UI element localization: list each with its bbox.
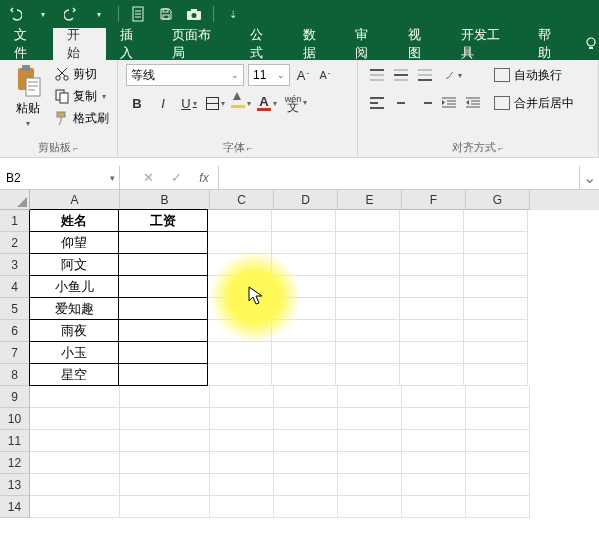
cell-G2[interactable] — [464, 232, 528, 254]
cell-B3[interactable] — [118, 253, 208, 276]
cell-F2[interactable] — [400, 232, 464, 254]
cell-E1[interactable] — [336, 210, 400, 232]
menu-insert[interactable]: 插入 — [106, 28, 159, 60]
cell-E7[interactable] — [336, 342, 400, 364]
cell-F12[interactable] — [402, 452, 466, 474]
cell-E10[interactable] — [338, 408, 402, 430]
tell-me-icon[interactable] — [583, 28, 599, 60]
cell-G14[interactable] — [466, 496, 530, 518]
col-header-C[interactable]: C — [210, 190, 274, 210]
cell-D8[interactable] — [272, 364, 336, 386]
row-header-8[interactable]: 8 — [0, 364, 30, 386]
format-painter-button[interactable]: 格式刷 — [54, 108, 109, 128]
row-header-4[interactable]: 4 — [0, 276, 30, 298]
cell-A5[interactable]: 爱知趣 — [29, 297, 119, 320]
cell-G11[interactable] — [466, 430, 530, 452]
cell-E13[interactable] — [338, 474, 402, 496]
cell-E2[interactable] — [336, 232, 400, 254]
increase-font-icon[interactable]: Aˆ — [294, 64, 312, 86]
cell-D1[interactable] — [272, 210, 336, 232]
align-left-icon[interactable] — [366, 92, 388, 114]
row-header-3[interactable]: 3 — [0, 254, 30, 276]
cell-G7[interactable] — [464, 342, 528, 364]
col-header-F[interactable]: F — [402, 190, 466, 210]
cell-E9[interactable] — [338, 386, 402, 408]
increase-indent-icon[interactable] — [462, 92, 484, 114]
cell-D10[interactable] — [274, 408, 338, 430]
name-box[interactable]: B2▾ — [0, 166, 120, 189]
cell-F3[interactable] — [400, 254, 464, 276]
cell-D2[interactable] — [272, 232, 336, 254]
cell-G4[interactable] — [464, 276, 528, 298]
cell-E4[interactable] — [336, 276, 400, 298]
cell-A4[interactable]: 小鱼儿 — [29, 275, 119, 298]
cell-C6[interactable] — [208, 320, 272, 342]
cell-F6[interactable] — [400, 320, 464, 342]
cell-G12[interactable] — [466, 452, 530, 474]
cell-C9[interactable] — [210, 386, 274, 408]
decrease-indent-icon[interactable] — [438, 92, 460, 114]
row-header-13[interactable]: 13 — [0, 474, 30, 496]
cell-E14[interactable] — [338, 496, 402, 518]
expand-formula-bar-icon[interactable]: ⌄ — [579, 166, 599, 189]
cell-B9[interactable] — [120, 386, 210, 408]
cell-C11[interactable] — [210, 430, 274, 452]
row-header-14[interactable]: 14 — [0, 496, 30, 518]
cell-D6[interactable] — [272, 320, 336, 342]
phonetic-button[interactable]: wén文▾ — [282, 92, 304, 114]
cell-C1[interactable] — [208, 210, 272, 232]
cell-G9[interactable] — [466, 386, 530, 408]
cell-C8[interactable] — [208, 364, 272, 386]
align-middle-icon[interactable] — [390, 64, 412, 86]
row-header-12[interactable]: 12 — [0, 452, 30, 474]
wrap-text-button[interactable]: 自动换行 — [494, 64, 574, 86]
align-top-icon[interactable] — [366, 64, 388, 86]
menu-home[interactable]: 开始 — [53, 28, 106, 60]
italic-button[interactable]: I — [152, 92, 174, 114]
cell-A11[interactable] — [30, 430, 120, 452]
cell-E12[interactable] — [338, 452, 402, 474]
cell-C12[interactable] — [210, 452, 274, 474]
decrease-font-icon[interactable]: Aˇ — [316, 64, 334, 86]
redo-icon[interactable] — [62, 5, 80, 23]
insert-function-icon[interactable]: fx — [190, 171, 218, 185]
col-header-D[interactable]: D — [274, 190, 338, 210]
cell-A13[interactable] — [30, 474, 120, 496]
cell-A14[interactable] — [30, 496, 120, 518]
col-header-B[interactable]: B — [120, 190, 210, 210]
cell-D3[interactable] — [272, 254, 336, 276]
row-header-10[interactable]: 10 — [0, 408, 30, 430]
save-icon[interactable] — [157, 5, 175, 23]
align-bottom-icon[interactable] — [414, 64, 436, 86]
new-doc-icon[interactable] — [129, 5, 147, 23]
font-color-button[interactable]: A▾ — [256, 92, 278, 114]
cell-F10[interactable] — [402, 408, 466, 430]
font-family-combo[interactable]: 等线⌄ — [126, 64, 244, 86]
cell-D14[interactable] — [274, 496, 338, 518]
cell-A12[interactable] — [30, 452, 120, 474]
cell-A3[interactable]: 阿文 — [29, 253, 119, 276]
orientation-icon[interactable]: ⟋▾ — [438, 64, 466, 86]
cell-G13[interactable] — [466, 474, 530, 496]
bold-button[interactable]: B — [126, 92, 148, 114]
undo-icon[interactable] — [6, 5, 24, 23]
row-header-1[interactable]: 1 — [0, 210, 30, 232]
cell-F9[interactable] — [402, 386, 466, 408]
cell-C4[interactable] — [208, 276, 272, 298]
cut-button[interactable]: 剪切 — [54, 64, 109, 84]
cell-D4[interactable] — [272, 276, 336, 298]
undo-dropdown-icon[interactable]: ▾ — [34, 5, 52, 23]
cell-F8[interactable] — [400, 364, 464, 386]
merge-center-button[interactable]: 合并后居中 — [494, 92, 574, 114]
cell-C7[interactable] — [208, 342, 272, 364]
cell-G6[interactable] — [464, 320, 528, 342]
cell-A6[interactable]: 雨夜 — [29, 319, 119, 342]
borders-button[interactable]: ▾ — [204, 92, 226, 114]
cell-B14[interactable] — [120, 496, 210, 518]
fill-color-button[interactable]: ▾ — [230, 92, 252, 114]
cell-F11[interactable] — [402, 430, 466, 452]
cell-D11[interactable] — [274, 430, 338, 452]
cell-G5[interactable] — [464, 298, 528, 320]
cell-B8[interactable] — [118, 363, 208, 386]
row-header-7[interactable]: 7 — [0, 342, 30, 364]
